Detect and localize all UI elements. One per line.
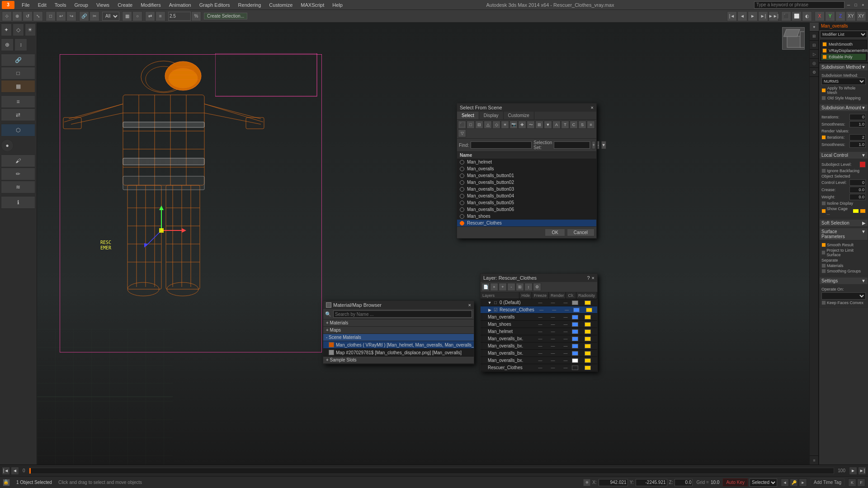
x-coord-input[interactable] [599,479,628,486]
dialog-close-icon[interactable]: × [591,105,594,110]
sidebar-track[interactable]: ≋ [1,181,35,193]
close-button[interactable]: × [860,2,866,8]
obj-item-helmet[interactable]: Man_helmet [457,159,596,165]
search-input[interactable] [754,1,844,9]
layer-expand-1[interactable]: ▶ [487,308,492,312]
tc-next[interactable]: ► [849,467,857,475]
layer-col-bx4e[interactable] [585,358,597,363]
tc-next-key[interactable]: ►| [858,467,866,475]
toolbar-select[interactable]: ⊹ [2,11,12,21]
panel-icon-create[interactable]: + [810,23,819,32]
sel-lights-btn[interactable]: ☀ [501,121,509,129]
cancel-button[interactable]: Cancel [567,229,594,236]
mat-search-input[interactable] [333,310,472,318]
snap-value-input[interactable] [168,12,191,21]
layer-item-default[interactable]: ▼ □ 0 (Default) — — — [481,299,597,306]
mat-close-icon[interactable]: × [468,302,471,308]
layer-merge-btn[interactable]: ↕ [524,283,533,291]
menu-modifiers[interactable]: Modifiers [137,1,165,9]
mat-scene-materials-section[interactable]: - Scene Materials [323,334,474,341]
toolbar-rotate[interactable]: ↺ [23,11,33,21]
menu-rendering[interactable]: Rendering [235,1,265,9]
sidebar-material[interactable]: ⬡ [1,124,35,136]
mat-item-map[interactable]: Map #207029781$ [Man_clothes_displace.pn… [323,349,474,357]
operate-on-dropdown[interactable] [821,292,866,300]
layer-item-overalls[interactable]: Man_overalls — — — [481,314,597,321]
layer-item-rescuer2[interactable]: Rescuer_Clothes — — — [481,364,597,371]
sel-none-btn[interactable]: □ [467,121,475,129]
layer-hide-1[interactable]: — [535,308,548,312]
selected-dropdown[interactable]: Selected [750,479,777,487]
sel-space-warps-btn[interactable]: 〜 [527,121,535,129]
layer-delete-btn[interactable]: × [490,283,498,291]
layer-remove-btn[interactable]: - [507,283,515,291]
auto-key-button[interactable]: Auto Key [723,479,748,486]
sidebar-create[interactable]: ✦ [1,23,12,36]
axis-xy[interactable]: XY [846,11,856,21]
layer-radiosity-1[interactable] [586,308,597,312]
isoline-check[interactable] [821,201,826,206]
mat-materials-section[interactable]: + Materials [323,319,474,327]
weight-input[interactable] [849,194,866,200]
soft-selection-header[interactable]: Soft Selection ▶ [819,219,868,227]
smoothing-groups-check[interactable] [821,269,826,273]
layer-dialog-title-bar[interactable]: Layer: Rescuer_Clothes ? × [481,274,597,282]
sidebar-paint[interactable]: 🖌 [1,155,35,167]
key-next-btn[interactable]: ► [799,479,807,487]
layer-help-button[interactable]: ? [587,275,590,281]
navigation-cube[interactable] [782,27,805,50]
layer-col-bx1d[interactable] [572,337,585,341]
toolbar-snap[interactable]: □ [46,11,56,21]
mat-maps-section[interactable]: + Maps [323,327,474,334]
filter-btn[interactable]: F [857,479,865,487]
layer-col-s4[interactable] [572,322,585,327]
menu-help[interactable]: Help [329,1,346,9]
tab-select[interactable]: Select [457,112,479,119]
create-selection-set[interactable]: Create Selection... [204,13,247,19]
render-iter-check[interactable] [821,135,826,140]
mat-sample-slots[interactable]: + Sample Slots [323,357,474,364]
mat-item-man-clothes[interactable]: Man_clothes ( VRayMtl ) [Man_helmet, Man… [323,341,474,349]
axis-x[interactable]: X [815,11,825,21]
cage-color-1[interactable] [853,209,859,213]
menu-animation[interactable]: Animation [165,1,195,9]
panel-icon-extra[interactable]: ≡ [810,455,819,465]
sidebar-edit[interactable]: ✏ [1,168,35,180]
key-add-btn[interactable]: 🔑 [790,479,798,487]
dialog-title-bar[interactable]: Select From Scene × [457,103,596,112]
menu-group[interactable]: Group [71,1,92,9]
minimize-button[interactable]: ─ [845,2,852,8]
layer-col-bx3e[interactable] [585,351,597,356]
obj-item-button06[interactable]: Man_overalls_button06 [457,206,596,213]
cage-color-2[interactable] [860,209,866,213]
tab-customize[interactable]: Customize [504,112,534,119]
mod-item-editable-poly[interactable]: Editable Poly [821,54,866,60]
layer-col-bx4d[interactable] [572,358,585,363]
sel-shapes-btn[interactable]: ◇ [492,121,500,129]
selection-set-input[interactable] [554,141,590,149]
sidebar-named-sel[interactable]: ≡ [1,95,35,108]
z-coord-input[interactable] [675,479,693,486]
obj-item-button04[interactable]: Man_overalls_button04 [457,192,596,199]
toolbar-unlink[interactable]: ✂ [90,11,99,21]
method-dropdown[interactable]: NURMS [821,78,866,85]
toolbar-link[interactable]: 🔗 [79,11,89,21]
y-coord-input[interactable] [636,479,667,486]
layer-render-0[interactable]: — [559,300,572,305]
sidebar-info[interactable]: ℹ [1,196,35,209]
layer-item-shoes[interactable]: Man_shoes — — — [481,321,597,328]
mat-dialog-title-bar[interactable]: Material/Map Browser × [323,301,474,309]
sel-cameras-btn[interactable]: 📷 [509,121,518,129]
object-name-dropdown[interactable]: All [102,12,119,21]
smooth-input[interactable] [849,121,866,127]
panel-icon-motion[interactable]: ▷ [810,50,819,59]
layer-col-bx2d[interactable] [572,344,585,348]
layer-new-btn[interactable]: 📄 [481,283,490,291]
menu-customize[interactable]: Customize [265,1,296,9]
maximize-button[interactable]: □ [853,2,859,8]
tab-display[interactable]: Display [479,112,504,119]
anim-next-frame[interactable]: ►| [758,11,768,21]
sel-list-btn[interactable]: ≡ [587,121,595,129]
sel-sort-type[interactable]: T [561,121,569,129]
render-smooth-input[interactable] [849,141,866,148]
